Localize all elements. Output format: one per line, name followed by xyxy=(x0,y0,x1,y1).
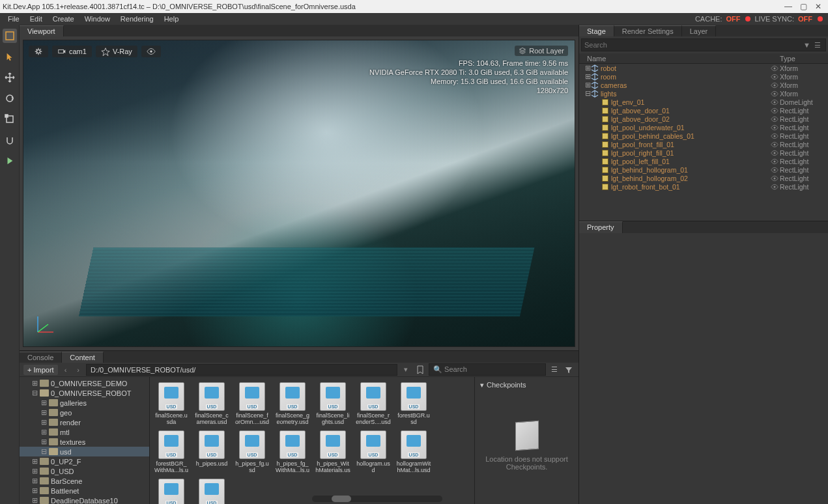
tab-render-settings[interactable]: Render Settings xyxy=(614,25,682,36)
folder-node[interactable]: ⊞galleries xyxy=(20,398,149,408)
stage-row[interactable]: lgt_pool_underwater_01RectLight xyxy=(579,123,828,132)
tab-console[interactable]: Console xyxy=(20,352,62,363)
file-item[interactable]: USDh_pipes_WithMaterials.usd xyxy=(314,429,352,475)
content-tree[interactable]: ⊞0_OMNIVERSE_DEMO⊟0_OMNIVERSE_ROBOT⊞gall… xyxy=(20,377,150,504)
folder-node[interactable]: ⊞0_USD xyxy=(20,466,149,476)
stage-row[interactable]: lgt_behind_hollogram_01RectLight xyxy=(579,165,828,174)
tool-select[interactable] xyxy=(3,29,17,43)
nav-forward[interactable]: › xyxy=(73,365,83,375)
menu-help[interactable]: Help xyxy=(159,15,184,23)
svg-point-24 xyxy=(774,186,776,188)
folder-node[interactable]: ⊞0_UP2_F xyxy=(20,456,149,466)
tool-move[interactable] xyxy=(3,70,17,85)
file-item[interactable]: USDfinalScene_renderS....usda xyxy=(354,381,392,427)
stage-row[interactable]: lgt_pool_left_fill_01RectLight xyxy=(579,157,828,165)
stage-row[interactable]: lgt_pool_behind_cables_01RectLight xyxy=(579,132,828,140)
folder-node[interactable]: ⊟usd xyxy=(20,447,149,456)
tab-content[interactable]: Content xyxy=(62,352,104,363)
stage-row[interactable]: lgt_env_01DomeLight xyxy=(579,98,828,106)
svg-rect-3 xyxy=(5,115,8,117)
stage-row[interactable]: lgt_behind_hollogram_02RectLight xyxy=(579,174,828,182)
viewport[interactable]: cam1 V-Ray Root Layer FPS: 104.63, Frame… xyxy=(20,36,578,350)
stage-row[interactable]: lgt_above_door_01RectLight xyxy=(579,106,828,115)
file-item[interactable]: USDinstallationWithM...s.usd xyxy=(193,477,231,504)
import-button[interactable]: + Import xyxy=(23,365,58,375)
tab-layer[interactable]: Layer xyxy=(682,25,717,36)
tool-play[interactable] xyxy=(3,154,17,168)
file-item[interactable]: USDfinalScene_geometry.usd xyxy=(274,381,311,427)
content-search[interactable]: 🔍 Search xyxy=(429,363,546,376)
nav-back[interactable]: ‹ xyxy=(61,365,71,375)
viewport-tabs: Viewport xyxy=(20,25,578,36)
file-item[interactable]: USDforestBGR.usd xyxy=(395,381,433,427)
folder-node[interactable]: ⊞geo xyxy=(20,408,149,417)
tool-pointer[interactable] xyxy=(3,49,17,64)
livesync-value[interactable]: OFF xyxy=(798,15,812,23)
menu-rendering[interactable]: Rendering xyxy=(115,15,159,23)
menu-edit[interactable]: Edit xyxy=(25,15,48,23)
tab-stage[interactable]: Stage xyxy=(579,25,614,36)
tool-rotate[interactable] xyxy=(3,91,17,105)
renderer-select[interactable]: V-Ray xyxy=(96,46,137,57)
axis-gizmo-icon[interactable] xyxy=(33,311,59,337)
menu-window[interactable]: Window xyxy=(79,15,115,23)
content-path[interactable]: D:/0_OMNIVERSE_ROBOT/usd/ xyxy=(86,364,397,376)
stage-row[interactable]: lgt_above_door_02RectLight xyxy=(579,115,828,123)
stage-row[interactable]: ⊟lightsXform xyxy=(579,89,828,98)
stage-row[interactable]: ⊞roomXform xyxy=(579,72,828,81)
content-grid[interactable]: USDfinalScene.usdaUSDfinalScene_cameras.… xyxy=(150,377,474,504)
file-item[interactable]: USDh_pipes_fg_WithMa...ls.usd xyxy=(274,429,311,475)
view-options-icon[interactable]: ☰ xyxy=(549,364,560,376)
menu-file[interactable]: File xyxy=(3,15,25,23)
folder-node[interactable]: ⊞BarScene xyxy=(20,476,149,486)
stage-tree[interactable]: ⊞robotXform⊞roomXform⊞camerasXform⊟light… xyxy=(579,64,828,221)
viewport-settings[interactable] xyxy=(29,46,48,57)
checkpoints-panel: ▾Checkpoints Location does not support C… xyxy=(474,377,578,504)
menubar: File Edit Create Window Rendering Help C… xyxy=(0,13,828,25)
file-item[interactable]: USDhollogram.usd xyxy=(354,429,392,475)
stage-row[interactable]: lgt_robot_front_bot_01RectLight xyxy=(579,182,828,191)
stage-row[interactable]: ⊞camerasXform xyxy=(579,81,828,89)
tab-viewport[interactable]: Viewport xyxy=(20,25,64,36)
visibility-toggle[interactable] xyxy=(141,46,161,57)
root-layer-badge[interactable]: Root Layer xyxy=(515,46,568,56)
stage-row[interactable]: lgt_pool_front_fill_01RectLight xyxy=(579,140,828,148)
path-dropdown[interactable]: ▾ xyxy=(400,364,412,375)
file-item[interactable]: USDforestBGR_WithMa...ls.usd xyxy=(152,429,190,475)
file-item[interactable]: USDinstallation.usd xyxy=(152,477,190,504)
folder-node[interactable]: ⊞Battlenet xyxy=(20,486,149,496)
bookmark-icon[interactable] xyxy=(414,364,426,376)
file-item[interactable]: USDfinalScene_cameras.usd xyxy=(193,381,231,427)
file-item[interactable]: USDfinalScene_forOmn....usda xyxy=(233,381,271,427)
file-item[interactable]: USDhollogramWithMat...ls.usd xyxy=(395,429,433,475)
tool-scale[interactable] xyxy=(3,112,17,126)
svg-rect-5 xyxy=(59,49,64,53)
camera-select[interactable]: cam1 xyxy=(52,46,92,57)
folder-node[interactable]: ⊞0_OMNIVERSE_DEMO xyxy=(20,378,149,388)
filter-icon[interactable]: ▼ xyxy=(801,41,812,49)
stage-row[interactable]: lgt_pool_right_fill_01RectLight xyxy=(579,148,828,157)
folder-node[interactable]: ⊞mtl xyxy=(20,427,149,437)
tool-snap[interactable] xyxy=(3,133,17,147)
menu-create[interactable]: Create xyxy=(48,15,79,23)
stage-row[interactable]: ⊞robotXform xyxy=(579,64,828,72)
collapse-icon[interactable]: ▾ xyxy=(480,381,484,389)
close-button[interactable]: ✕ xyxy=(815,2,821,11)
file-item[interactable]: USDh_pipes_fg.usd xyxy=(233,429,271,475)
content-scrollbar[interactable] xyxy=(312,496,442,502)
file-item[interactable]: USDfinalScene_lights.usd xyxy=(314,381,352,427)
tab-property[interactable]: Property xyxy=(579,221,623,233)
file-item[interactable]: USDfinalScene.usda xyxy=(152,381,190,427)
stage-search[interactable]: ▼ ☰ xyxy=(581,38,826,51)
maximize-button[interactable]: ▢ xyxy=(800,2,807,11)
svg-point-14 xyxy=(774,101,776,103)
cache-value[interactable]: OFF xyxy=(726,15,740,23)
folder-node[interactable]: ⊞DeadlineDatabase10 xyxy=(20,496,149,504)
filter-icon[interactable] xyxy=(563,364,575,376)
folder-node[interactable]: ⊟0_OMNIVERSE_ROBOT xyxy=(20,388,149,398)
file-item[interactable]: USDh_pipes.usd xyxy=(193,429,231,475)
minimize-button[interactable]: — xyxy=(784,2,792,11)
folder-node[interactable]: ⊞render xyxy=(20,417,149,427)
options-icon[interactable]: ☰ xyxy=(812,41,823,49)
folder-node[interactable]: ⊞textures xyxy=(20,437,149,447)
